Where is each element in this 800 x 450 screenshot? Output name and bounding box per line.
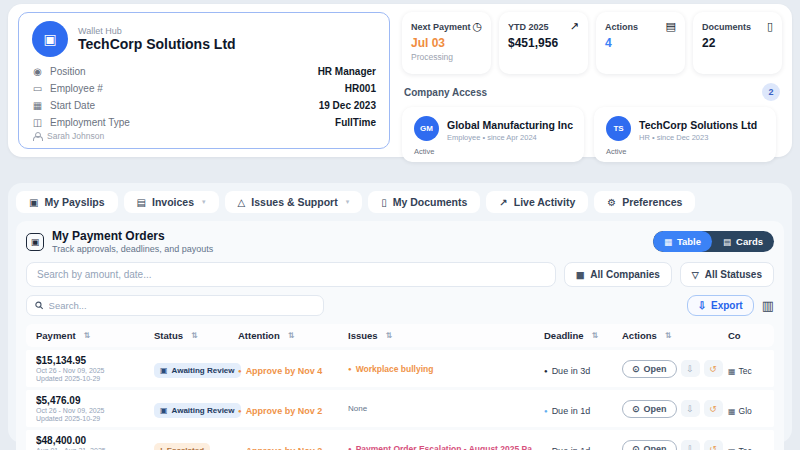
- profile-field-row: Start Date 19 Dec 2023: [32, 97, 376, 114]
- column-header: Payment ⇅: [36, 330, 154, 341]
- profile-field-row: Employee # HR001: [32, 80, 376, 97]
- download-row-button[interactable]: ⇩: [681, 440, 700, 450]
- all-companies-filter[interactable]: ▦ All Companies: [564, 262, 672, 287]
- retry-button[interactable]: ↺: [704, 360, 723, 377]
- sort-icon[interactable]: ⇅: [288, 331, 295, 340]
- amount-date-search-input[interactable]: [26, 262, 556, 287]
- attention-text: Approve by Nov 2: [238, 406, 322, 416]
- open-button[interactable]: ⊙ Open: [622, 360, 677, 378]
- document-icon: [381, 197, 387, 208]
- table-row[interactable]: $48,400.00 Aug 01 - Aug 31, 2025 Updated…: [26, 430, 774, 450]
- download-row-button[interactable]: ⇩: [681, 400, 700, 417]
- company-chip-name: TechCorp Solutions Ltd: [639, 119, 757, 131]
- company-name: TechCorp Solutions Ltd: [78, 36, 236, 52]
- payment-amount: $15,134.95: [36, 355, 154, 366]
- sort-icon[interactable]: ⇅: [191, 331, 198, 340]
- tab-label: Live Activity: [514, 196, 575, 208]
- attention-text: Approve by Nov 4: [238, 366, 322, 376]
- stat-value: 22: [702, 36, 773, 50]
- open-button[interactable]: ⊙ Open: [622, 400, 677, 418]
- tab[interactable]: My Payslips: [16, 191, 118, 213]
- search-icon: [35, 301, 44, 310]
- issue-text: Workplace bullying: [348, 364, 544, 374]
- undo-icon: ↺: [709, 404, 717, 414]
- user-name: Sarah Johnson: [47, 131, 104, 141]
- tab[interactable]: Issues & Support ▾: [225, 191, 363, 213]
- row-company: Glo: [728, 406, 752, 416]
- stat-value: 4: [605, 36, 676, 50]
- column-header: Issues ⇅: [348, 330, 544, 341]
- payment-period: Oct 26 - Nov 09, 2025: [36, 407, 154, 414]
- company-chip[interactable]: TS TechCorp Solutions Ltd HR • since Dec…: [594, 107, 776, 162]
- tab-label: Invoices: [152, 196, 194, 208]
- warning-icon: [238, 197, 246, 208]
- profile-footer: Sarah Johnson: [32, 131, 376, 141]
- card-icon: ▣: [26, 233, 44, 251]
- company-chip[interactable]: GM Global Manufacturing Inc Employee • s…: [402, 107, 584, 162]
- tab-label: Preferences: [622, 196, 682, 208]
- table-search[interactable]: [26, 295, 324, 316]
- field-label: Employee #: [50, 83, 103, 94]
- table-search-input[interactable]: [49, 300, 315, 311]
- tab[interactable]: Invoices ▾: [124, 191, 219, 213]
- eye-icon: ⊙: [632, 364, 640, 374]
- clock-icon: [472, 20, 482, 33]
- wallet-avatar: [32, 21, 68, 57]
- table-row[interactable]: $15,134.95 Oct 26 - Nov 09, 2025 Updated…: [26, 350, 774, 387]
- payment-orders-table: Payment ⇅ Status ⇅: [26, 324, 774, 450]
- columns-icon[interactable]: ▥: [762, 298, 774, 313]
- stat-label: YTD 2025: [508, 22, 549, 32]
- table-body: $15,134.95 Oct 26 - Nov 09, 2025 Updated…: [26, 350, 774, 450]
- overview-section: Wallet Hub TechCorp Solutions Ltd Positi…: [8, 4, 792, 157]
- field-value: 19 Dec 2023: [319, 100, 376, 111]
- invoice-icon: [137, 197, 146, 208]
- payment-amount: $48,400.00: [36, 435, 154, 446]
- issue-text: Payment Order Escalation - August 2025 P…: [348, 444, 544, 450]
- stat-card[interactable]: Actions 4: [596, 12, 685, 74]
- stat-card[interactable]: YTD 2025 $451,956: [499, 12, 588, 74]
- sort-icon[interactable]: ⇅: [386, 331, 393, 340]
- column-header: Status ⇅: [154, 330, 238, 341]
- filter-icon: ▽: [692, 270, 699, 280]
- tab[interactable]: Live Activity: [486, 191, 588, 213]
- column-header: Deadline ⇅: [544, 330, 622, 341]
- payment-amount: $5,476.09: [36, 395, 154, 406]
- deadline-text: Due in 3d: [544, 366, 590, 376]
- undo-icon: ↺: [709, 444, 717, 450]
- payment-period: Oct 26 - Nov 09, 2025: [36, 367, 154, 374]
- stat-card[interactable]: Next Payment Jul 03 Processing: [402, 12, 491, 74]
- all-statuses-filter[interactable]: ▽ All Statuses: [680, 262, 774, 287]
- stat-card[interactable]: Documents 22: [693, 12, 782, 74]
- profile-header: Wallet Hub TechCorp Solutions Ltd: [32, 21, 376, 57]
- row-company: Tec: [728, 446, 752, 450]
- eye-icon: ⊙: [632, 404, 640, 414]
- field-value: HR Manager: [318, 66, 376, 77]
- deadline-text: Due in 1d: [544, 446, 590, 450]
- sort-icon[interactable]: ⇅: [592, 331, 599, 340]
- table-view-button[interactable]: ▦ Table: [653, 231, 712, 252]
- company-chip-meta: Employee • since Apr 2024: [447, 133, 573, 142]
- download-row-button[interactable]: ⇩: [681, 360, 700, 377]
- export-button[interactable]: ⇩ Export: [687, 295, 754, 316]
- attention-text: Approve by Nov 2: [238, 446, 322, 450]
- retry-button[interactable]: ↺: [704, 440, 723, 450]
- sort-icon[interactable]: ⇅: [84, 331, 91, 340]
- tab-label: Issues & Support: [251, 196, 337, 208]
- company-avatar: TS: [606, 116, 631, 141]
- badge-icon: [32, 66, 43, 77]
- stat-value: $451,956: [508, 36, 579, 50]
- table-row[interactable]: $5,476.09 Oct 26 - Nov 09, 2025 Updated …: [26, 390, 774, 427]
- field-value: HR001: [345, 83, 376, 94]
- payment-orders-card: ▣ My Payment Orders Track approvals, dea…: [16, 221, 784, 450]
- retry-button[interactable]: ↺: [704, 400, 723, 417]
- id-card-icon: [32, 83, 43, 94]
- building-icon: ▦: [576, 270, 585, 280]
- tab[interactable]: Preferences: [594, 191, 695, 213]
- open-button[interactable]: ⊙ Open: [622, 440, 677, 450]
- cards-view-button[interactable]: ▤ Cards: [712, 231, 774, 252]
- company-avatar: GM: [414, 116, 439, 141]
- sort-icon[interactable]: ⇅: [665, 331, 672, 340]
- clipboard-icon: [666, 20, 676, 33]
- tab[interactable]: My Documents: [368, 191, 480, 213]
- stat-label: Actions: [605, 22, 638, 32]
